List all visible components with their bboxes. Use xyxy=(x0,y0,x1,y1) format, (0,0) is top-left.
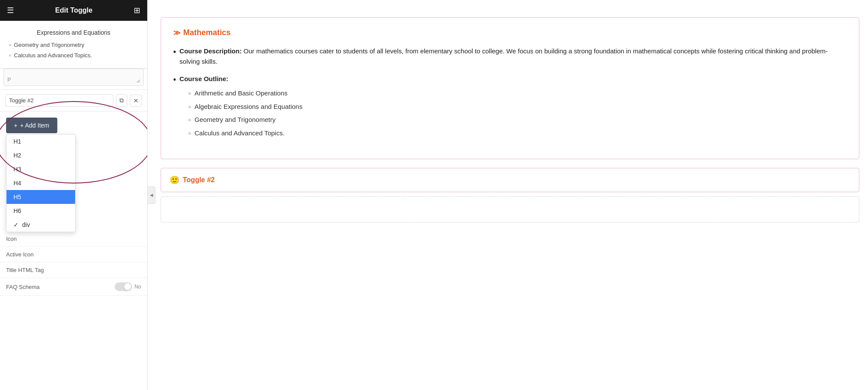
outline-item-4: Calculus and Advanced Topics. xyxy=(188,128,302,138)
duplicate-button[interactable]: ⧉ xyxy=(116,94,127,107)
smiley-icon: 🙂 xyxy=(170,175,179,185)
page-title: Edit Toggle xyxy=(55,7,92,14)
content-preview: Expressions and Equations Geometry and T… xyxy=(0,21,147,69)
left-panel: ☰ Edit Toggle ⊞ Expressions and Equation… xyxy=(0,0,148,390)
switch-value-label: No xyxy=(135,284,141,290)
dropdown-h5[interactable]: H5 xyxy=(7,190,75,204)
preview-sublist: Geometry and Trigonometry Calculus and A… xyxy=(9,41,139,59)
course-desc-label: Course Description: xyxy=(179,47,241,55)
collapse-icon: ◀ xyxy=(150,193,153,197)
main-content: ◀ ≫ Mathematics Course Description: Our … xyxy=(148,0,868,390)
outline-item-2: Algebraic Expressions and Equations xyxy=(188,102,302,112)
list-item: Geometry and Trigonometry xyxy=(9,41,139,49)
outline-list: Arithmetic and Basic Operations Algebrai… xyxy=(179,88,302,138)
plus-icon: + xyxy=(14,122,17,129)
field-active-icon: Active Icon xyxy=(0,247,147,262)
dropdown-h1[interactable]: H1 xyxy=(7,134,75,148)
dropdown-h3[interactable]: H3 xyxy=(7,162,75,176)
outline-item-3: Geometry and Trigonometry xyxy=(188,115,302,125)
list-item: Calculus and Advanced Topics. xyxy=(9,51,139,60)
toggle2-row: 🙂 Toggle #2 xyxy=(161,168,859,192)
paragraph-label: P xyxy=(7,77,11,83)
section-title: ≫ Mathematics xyxy=(173,28,847,37)
dropdown-h2[interactable]: H2 xyxy=(7,148,75,162)
add-item-label: + Add Item xyxy=(20,122,49,129)
course-outline-label: Course Outline: xyxy=(179,75,228,82)
toggle2-title: Toggle #2 xyxy=(183,176,215,184)
toggle-header-row: ⧉ ✕ xyxy=(0,89,147,111)
faq-toggle[interactable]: No xyxy=(115,282,141,291)
toggle-name-input[interactable] xyxy=(5,94,113,107)
paragraph-block: P ◢ xyxy=(3,69,144,86)
check-icon: ✓ xyxy=(13,221,19,228)
title-html-tag-label: Title HTML Tag xyxy=(6,267,44,273)
add-item-section: + + Add Item H1 H2 H3 H4 H5 H6 ✓ div xyxy=(0,111,147,136)
list-item-description: Course Description: Our mathematics cour… xyxy=(173,46,847,67)
panel-scroll: Expressions and Equations Geometry and T… xyxy=(0,21,147,390)
icon-label: Icon xyxy=(6,236,17,242)
field-title-html-tag: Title HTML Tag xyxy=(0,262,147,278)
field-icon: Icon xyxy=(0,231,147,247)
add-item-button[interactable]: + + Add Item xyxy=(6,118,57,133)
dropdown-h4[interactable]: H4 xyxy=(7,176,75,190)
heading-dropdown: H1 H2 H3 H4 H5 H6 ✓ div xyxy=(6,134,76,232)
topbar: ☰ Edit Toggle ⊞ xyxy=(0,0,147,21)
preview-header: Expressions and Equations xyxy=(9,28,139,37)
field-faq-schema: FAQ Schema No xyxy=(0,278,147,296)
switch-thumb xyxy=(124,283,131,290)
mathematics-section: ≫ Mathematics Course Description: Our ma… xyxy=(161,17,859,159)
outline-item-1: Arithmetic and Basic Operations xyxy=(188,88,302,98)
active-icon-label: Active Icon xyxy=(6,251,34,258)
resize-handle[interactable]: ◢ xyxy=(136,78,140,83)
dropdown-div[interactable]: ✓ div xyxy=(7,218,75,232)
main-content-list: Course Description: Our mathematics cour… xyxy=(173,46,847,141)
hamburger-icon[interactable]: ☰ xyxy=(7,6,14,15)
faq-schema-label: FAQ Schema xyxy=(6,284,40,290)
switch-track[interactable] xyxy=(115,282,132,291)
delete-button[interactable]: ✕ xyxy=(130,95,142,107)
chevron-double-icon: ≫ xyxy=(173,29,181,37)
grid-icon[interactable]: ⊞ xyxy=(134,6,140,15)
dashed-placeholder xyxy=(161,197,859,223)
dropdown-h6[interactable]: H6 xyxy=(7,204,75,218)
list-item-outline: Course Outline: Arithmetic and Basic Ope… xyxy=(173,74,847,141)
course-desc-text: Our mathematics courses cater to student… xyxy=(179,47,828,65)
spacer-top xyxy=(148,0,868,9)
collapse-handle[interactable]: ◀ xyxy=(148,187,155,204)
